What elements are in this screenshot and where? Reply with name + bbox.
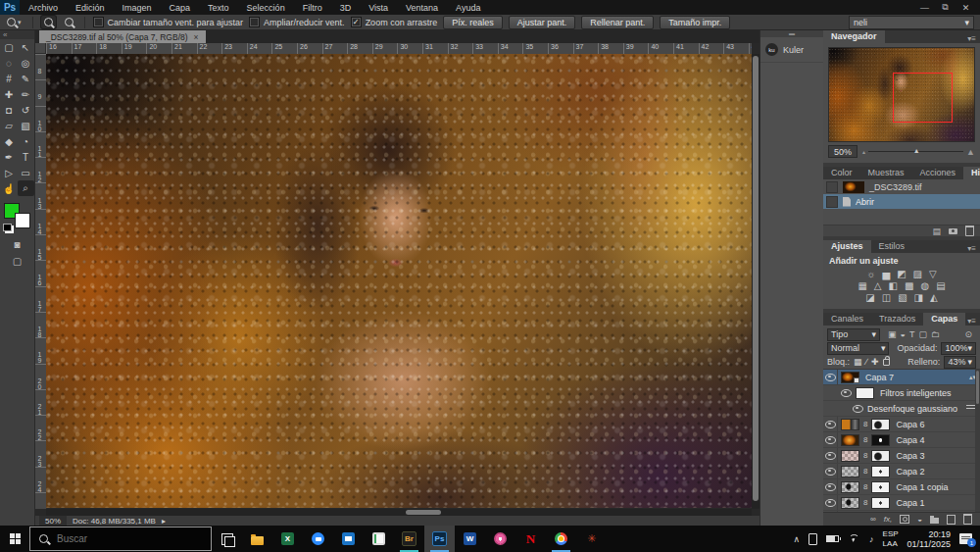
layer-mask-thumbnail[interactable] [871,497,890,509]
dodge-tool[interactable]: ◔ [18,133,34,149]
layer-row-capa1copia[interactable]: 8 Capa 1 copia [823,479,980,495]
panel-menu-icon[interactable]: ▾≡ [967,244,980,253]
visibility-toggle[interactable] [823,417,838,431]
layer-row-capa1[interactable]: 8 Capa 1 [823,495,980,511]
history-source-well[interactable] [826,181,838,193]
audio-jack-icon[interactable]: ♪ [869,534,874,544]
mask-link-icon[interactable]: 8 [863,498,867,507]
path-selection-tool[interactable]: ▷ [1,165,18,180]
print-size-button[interactable]: Tamaño impr. [660,16,730,29]
zoom-in-mountain-icon[interactable]: ▲ [966,147,975,157]
layer-row-fondo[interactable]: Fondo [823,511,980,512]
file-explorer-button[interactable] [242,526,272,552]
fit-screen-button[interactable]: Ajustar pant. [509,16,576,29]
menu-archivo[interactable]: Archivo [20,3,67,13]
wifi-icon[interactable] [848,534,860,543]
kuler-panel-button[interactable]: ku Kuler [760,37,823,63]
tray-chevron-icon[interactable]: ∧ [794,534,801,544]
blend-mode-select[interactable]: Normal▾ [827,342,889,355]
layer-thumbnail[interactable] [841,419,859,430]
layer-name[interactable]: Capa 2 [896,467,924,477]
menu-3d[interactable]: 3D [331,3,361,13]
layer-row-capa6[interactable]: 8 Capa 6 [823,417,980,432]
tab-acciones[interactable]: Acciones [912,167,964,179]
zoom-out-mountain-icon[interactable]: ▴ [862,148,865,155]
navigator-view-rect[interactable] [893,73,953,123]
slider-thumb[interactable]: ▲ [913,147,920,154]
lasso-tool[interactable]: ◌ [1,55,18,71]
blur-tool[interactable]: ◆ [1,133,18,149]
excel-button[interactable]: X [272,526,303,552]
crop-tool[interactable]: # [1,71,18,86]
gradient-tool[interactable]: ▧ [18,118,34,133]
photos-button[interactable] [485,526,515,552]
tab-canales[interactable]: Canales [823,313,871,326]
layer-name[interactable]: Capa 7 [865,373,894,382]
actual-pixels-button[interactable]: Píx. reales [443,16,503,29]
navigator-thumbnail[interactable] [828,47,975,142]
mask-link-icon[interactable]: 8 [863,467,867,476]
menu-ventana[interactable]: Ventana [397,3,447,13]
adjustment-icon[interactable]: ◧ [889,280,898,292]
minimize-button[interactable]: — [916,3,933,13]
dock-drag-handle[interactable]: ▬ [760,30,823,37]
layer-name[interactable]: Capa 4 [896,435,924,445]
adjustment-icon[interactable]: ◩ [897,269,906,280]
eyedropper-tool[interactable]: ✎ [18,71,34,86]
layer-mask-thumbnail[interactable] [871,419,890,430]
taskbar-search[interactable] [29,527,212,551]
zoom-all-windows-checkbox[interactable]: Ampliar/reducir vent. [249,17,345,27]
canvas[interactable] [46,54,752,509]
layer-mask-thumbnail[interactable] [871,466,890,477]
move-tool[interactable]: ↖ [18,39,34,55]
photoshop-button[interactable]: Ps [424,526,455,552]
lock-position-icon[interactable]: ✚ [871,357,879,367]
adjustment-icon[interactable]: ▩ [905,280,913,292]
adjustment-icon[interactable]: ▅ [882,269,890,280]
fill-screen-button[interactable]: Rellenar pant. [581,16,654,29]
smart-filter-name[interactable]: Desenfoque gaussiano [867,404,957,414]
layer-style-fx-icon[interactable]: fx, [884,515,892,524]
layer-row-capa3[interactable]: 8 Capa 3 [823,448,980,464]
menu-selección[interactable]: Selección [238,3,294,13]
visibility-toggle[interactable] [823,464,838,478]
mask-link-icon[interactable]: 8 [863,451,867,460]
eraser-tool[interactable]: ▱ [1,118,18,133]
layer-filter-type-select[interactable]: Tipo▾ [827,328,880,341]
menu-ayuda[interactable]: Ayuda [447,3,489,13]
filter-adjustment-layers-icon[interactable]: ◒ [901,329,906,339]
add-mask-icon[interactable] [900,515,909,524]
filter-shape-layers-icon[interactable]: ▢ [918,329,927,339]
layer-mask-thumbnail[interactable] [871,450,890,462]
chrome-button[interactable] [546,526,576,552]
layer-thumbnail[interactable] [841,481,859,493]
vertical-scrollbar[interactable] [752,54,760,509]
bridge-button[interactable]: Br [394,526,424,552]
restore-button[interactable]: ⧉ [937,2,954,13]
adjustment-icon[interactable]: △ [874,280,882,292]
layer-row-capa7[interactable]: Capa 7 ▴▾ [823,370,980,385]
tab-estilos[interactable]: Estilos [871,240,913,253]
fill-field[interactable]: 43%▾ [944,356,976,369]
adjustment-icon[interactable]: ◍ [920,280,929,292]
adjustment-icon[interactable]: ▦ [858,280,866,292]
layer-name[interactable]: Capa 1 copia [896,482,948,492]
tab-capas[interactable]: Capas [923,313,965,326]
panel-menu-icon[interactable]: ▾≡ [967,34,980,43]
quick-mask-button[interactable]: ◙ [14,239,20,250]
screen-mode-button[interactable]: ▢ [13,256,22,267]
healing-brush-tool[interactable]: ✚ [1,86,18,102]
document-tab[interactable]: _DSC3289.tif al 50% (Capa 7, RGB/8) × [39,30,206,43]
new-snapshot-icon[interactable] [949,228,957,234]
visibility-toggle[interactable] [823,495,838,510]
workspace-switcher[interactable]: neli▾ [849,16,974,29]
adjustment-icon[interactable]: ▤ [936,280,945,292]
navigator-zoom-field[interactable]: 50% [828,145,858,158]
default-colors-icon[interactable] [3,224,12,231]
new-group-icon[interactable] [930,518,939,524]
filter-smart-objects-icon[interactable]: 🗀 [931,329,940,339]
adjustment-icon[interactable]: ▨ [913,269,922,280]
mask-link-icon[interactable]: 8 [863,482,867,491]
menu-edición[interactable]: Edición [67,3,114,13]
layer-thumbnail[interactable] [841,434,859,446]
